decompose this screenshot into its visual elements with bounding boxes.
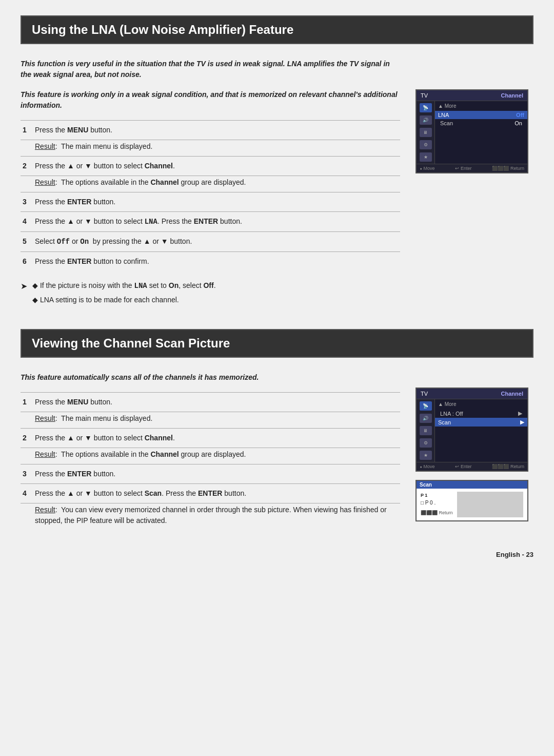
table-row: 5 Select Off or On by pressing the ▲ or …: [21, 232, 400, 252]
tv-icon-setup: ⚙: [420, 140, 432, 149]
step-number: 4: [21, 484, 33, 503]
footer-move: ⬥ Move: [420, 166, 435, 171]
scan-menu-row: Scan ▶: [435, 418, 527, 427]
tv-menu-header: TV Channel: [417, 389, 527, 399]
step-number: 3: [21, 192, 33, 212]
lna-intro1: This function is very useful in the situ…: [21, 59, 400, 80]
table-row: Result: The main menu is displayed.: [21, 140, 400, 157]
tv-menu-more: ▲ More: [438, 401, 524, 407]
notes-arrow-icon: ➤: [21, 281, 27, 308]
page-footer: English - 23: [21, 551, 533, 558]
step-result: Result: The options available in the Cha…: [33, 448, 400, 464]
step-number: 1: [21, 121, 33, 140]
tv-icon-setup: ⚙: [420, 438, 432, 448]
tv-icon-antenna: 📡: [420, 103, 432, 112]
footer-return: ⬛⬛⬛ Return: [492, 166, 524, 171]
scan-section-content: This feature automatically scans all of …: [21, 372, 533, 530]
lna-right-content: TV Channel 📡 🔊 🖥 ⚙ ★ ▲ More: [416, 59, 533, 308]
tv-menu-main: ▲ More LNA Off Scan On: [435, 101, 527, 164]
scan-steps-table: 1 Press the MENU button. Result: The mai…: [21, 392, 400, 530]
tv-menu-main: ▲ More LNA : Off ▶ Scan ▶: [435, 399, 527, 462]
step-number: 2: [21, 157, 33, 176]
lna-row-label: LNA: [438, 112, 449, 118]
tv-icon-sound: 🔊: [420, 414, 432, 423]
step-result: Result: The main menu is displayed.: [33, 140, 400, 157]
tv-menu-footer: ⬥ Move ↩ Enter ⬛⬛⬛ Return: [417, 164, 527, 172]
step-content: Press the MENU button.: [33, 393, 400, 412]
step-number: 4: [21, 212, 33, 232]
table-row: Result: The options available in the Cha…: [21, 448, 400, 464]
scan-screen-header: Scan: [417, 481, 527, 489]
step-result: Result: The options available in the Cha…: [33, 176, 400, 192]
lna-row-label: LNA : Off: [440, 411, 463, 417]
tv-icon-antenna: 📡: [420, 401, 432, 411]
step-content: Press the ▲ or ▼ button to select Channe…: [33, 157, 400, 176]
tv-menu-footer: ⬥ Move ↩ Enter ⬛⬛⬛ Return: [417, 462, 527, 471]
scan-row-label: Scan: [440, 120, 453, 126]
table-row: 4 Press the ▲ or ▼ button to select Scan…: [21, 484, 400, 503]
scan-row-label: Scan: [438, 419, 451, 425]
list-item: If the picture is noisy with the LNA set…: [32, 280, 216, 292]
channel-label: Channel: [501, 391, 523, 397]
lna-menu-row: LNA Off: [435, 111, 527, 119]
table-row: Result: The main menu is displayed.: [21, 412, 400, 429]
step-result: Result: The main menu is displayed.: [33, 412, 400, 429]
lna-section-content: This function is very useful in the situ…: [21, 59, 533, 308]
step-content: Press the MENU button.: [33, 121, 400, 140]
lna-menu-row: LNA : Off ▶: [438, 409, 524, 418]
tv-label: TV: [421, 92, 428, 99]
step-number: 2: [21, 429, 33, 448]
tv-menu-sidebar: 📡 🔊 🖥 ⚙ ★: [417, 101, 435, 164]
step-number: 3: [21, 464, 33, 484]
tv-menu-more: ▲ More: [438, 103, 524, 109]
scan-intro: This feature automatically scans all of …: [21, 372, 400, 383]
step-content: Press the ENTER button.: [33, 192, 400, 212]
step-content: Press the ENTER button.: [33, 464, 400, 484]
step-content: Press the ▲ or ▼ button to select LNA. P…: [33, 212, 400, 232]
footer-move: ⬥ Move: [420, 464, 435, 469]
scan-arrow-icon: ▶: [520, 419, 524, 425]
table-row: 1 Press the MENU button.: [21, 393, 400, 412]
step-content: Press the ▲ or ▼ button to select Scan. …: [33, 484, 400, 503]
table-row: Result: You can view every memorized cha…: [21, 503, 400, 531]
scan-tv-menu: TV Channel 📡 🔊 🖥 ⚙ ★ ▲ More: [416, 387, 528, 472]
table-row: 2 Press the ▲ or ▼ button to select Chan…: [21, 429, 400, 448]
step-number: 5: [21, 232, 33, 252]
table-row: 4 Press the ▲ or ▼ button to select LNA.…: [21, 212, 400, 232]
lna-arrow-icon: ▶: [518, 410, 522, 417]
tv-menu-header: TV Channel: [417, 90, 527, 101]
step-number: 6: [21, 252, 33, 272]
tv-icon-sound: 🔊: [420, 115, 432, 125]
scan-return-label: ⬛⬛⬛ Return: [421, 509, 453, 516]
table-row: Result: The options available in the Cha…: [21, 176, 400, 192]
tv-icon-picture: 🖥: [420, 426, 432, 435]
scan-info: P 1 □ P 0 . ⬛⬛⬛ Return: [421, 492, 453, 517]
scan-preview-screen: Scan P 1 □ P 0 . ⬛⬛⬛ Return: [416, 480, 528, 521]
scan-row-value: On: [515, 120, 522, 126]
step-result: Result: You can view every memorized cha…: [33, 503, 400, 531]
lna-left-content: This function is very useful in the situ…: [21, 59, 400, 308]
lna-tv-menu: TV Channel 📡 🔊 🖥 ⚙ ★ ▲ More: [416, 89, 528, 173]
scan-right-content: TV Channel 📡 🔊 🖥 ⚙ ★ ▲ More: [416, 372, 533, 530]
scan-left-content: This feature automatically scans all of …: [21, 372, 400, 530]
footer-enter: ↩ Enter: [455, 464, 471, 469]
footer-return: ⬛⬛⬛ Return: [492, 464, 524, 469]
tv-menu-sidebar: 📡 🔊 🖥 ⚙ ★: [417, 399, 435, 462]
lna-steps-table: 1 Press the MENU button. Result: The mai…: [21, 120, 400, 271]
tv-icon-extra: ★: [420, 152, 432, 162]
table-row: 3 Press the ENTER button.: [21, 192, 400, 212]
lna-section-title: Using the LNA (Low Noise Amplifier) Feat…: [21, 15, 533, 44]
footer-enter: ↩ Enter: [455, 166, 471, 171]
scan-section-title: Viewing the Channel Scan Picture: [21, 329, 533, 358]
step-number: 1: [21, 393, 33, 412]
tv-menu-body: 📡 🔊 🖥 ⚙ ★ ▲ More LNA : Off ▶: [417, 399, 527, 462]
scan-sub-label: □ P 0 .: [421, 499, 453, 507]
table-row: 6 Press the ENTER button to confirm.: [21, 252, 400, 272]
notes-list: If the picture is noisy with the LNA set…: [32, 280, 216, 308]
table-row: 2 Press the ▲ or ▼ button to select Chan…: [21, 157, 400, 176]
step-content: Press the ▲ or ▼ button to select Channe…: [33, 429, 400, 448]
scan-p-label: P 1: [421, 492, 453, 499]
step-content: Press the ENTER button to confirm.: [33, 252, 400, 272]
lna-intro2: This feature is working only in a weak s…: [21, 89, 400, 111]
lna-notes: ➤ If the picture is noisy with the LNA s…: [21, 280, 400, 308]
